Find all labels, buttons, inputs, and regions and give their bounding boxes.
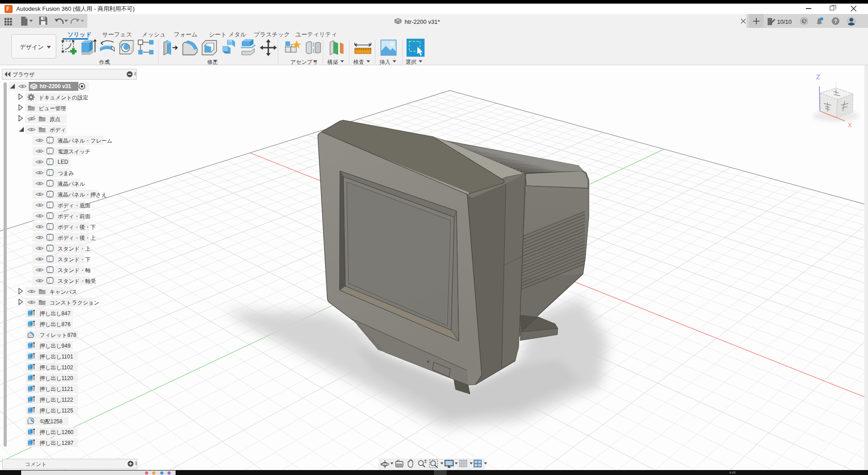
svg-text:X: X bbox=[848, 121, 852, 129]
svg-text:Z: Z bbox=[816, 73, 820, 81]
